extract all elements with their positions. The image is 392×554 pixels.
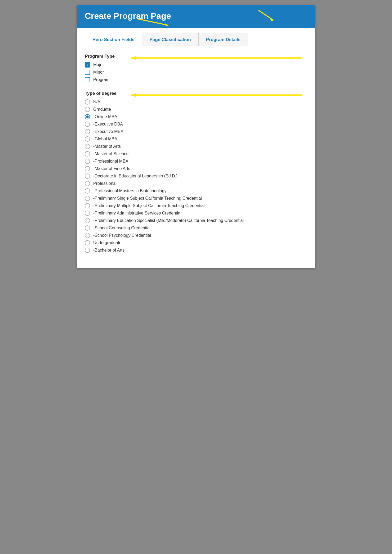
checkbox-minor-box[interactable]	[85, 70, 90, 75]
checkbox-program[interactable]: Program	[85, 77, 307, 82]
radio-doctorate-circle[interactable]	[85, 173, 90, 179]
radio-doctorate-label: -Doctorate in Educational Leadership (Ed…	[93, 174, 177, 178]
radio-undergraduate-circle[interactable]	[85, 240, 90, 245]
radio-master-arts-label: -Master of Arts	[93, 144, 121, 149]
radio-master-fine-arts-circle[interactable]	[85, 166, 90, 171]
radio-professional-masters-biotech-circle[interactable]	[85, 188, 90, 194]
radio-undergraduate[interactable]: Undergraduate	[85, 240, 307, 245]
radio-prelim-single-label: -Preliminary Single Subject California T…	[93, 196, 202, 201]
radio-executive-mba-circle[interactable]	[85, 129, 90, 134]
radio-master-science[interactable]: -Master of Science	[85, 151, 307, 157]
page-header: Create Program Page	[77, 5, 315, 28]
radio-prelim-multiple[interactable]: -Preliminary Multiple Subject California…	[85, 203, 307, 208]
radio-online-mba-label: -Online MBA	[93, 114, 117, 119]
program-type-section: Program Type Major Minor Program	[85, 53, 307, 82]
radio-bachelor-arts-circle[interactable]	[85, 248, 90, 253]
radio-undergraduate-label: Undergraduate	[93, 240, 122, 245]
radio-executive-mba[interactable]: -Executive MBA	[85, 129, 307, 134]
radio-executive-dba-label: -Executive DBA	[93, 122, 123, 127]
checkbox-major-label: Major	[93, 62, 104, 67]
radio-prelim-admin-circle[interactable]	[85, 211, 90, 216]
radio-doctorate[interactable]: -Doctorate in Educational Leadership (Ed…	[85, 173, 307, 179]
checkbox-program-box[interactable]	[85, 77, 90, 82]
radio-master-fine-arts[interactable]: -Master of Fine Arts	[85, 166, 307, 171]
radio-executive-dba[interactable]: -Executive DBA	[85, 122, 307, 127]
svg-marker-0	[165, 23, 168, 26]
checkbox-minor-label: Minor	[93, 70, 104, 75]
radio-professional-mba-label: -Professional MBA	[93, 159, 128, 164]
radio-professional-mba-circle[interactable]	[85, 159, 90, 164]
checkbox-major-box[interactable]	[85, 62, 90, 68]
radio-graduate[interactable]: Graduate	[85, 107, 307, 112]
radio-professional-masters-biotech-label: -Professional Masters in Biotechnology	[93, 189, 167, 193]
radio-graduate-circle[interactable]	[85, 107, 90, 112]
type-of-degree-section: Type of degree N/A Graduate -Online MBA …	[85, 90, 307, 253]
radio-prelim-single[interactable]: -Preliminary Single Subject California T…	[85, 196, 307, 201]
radio-executive-mba-label: -Executive MBA	[93, 129, 123, 134]
checkbox-major[interactable]: Major	[85, 62, 307, 68]
type-of-degree-title: Type of degree	[85, 90, 307, 96]
radio-prelim-multiple-label: -Preliminary Multiple Subject California…	[93, 203, 204, 208]
program-type-title: Program Type	[85, 53, 307, 59]
radio-master-arts[interactable]: -Master of Arts	[85, 144, 307, 149]
radio-na[interactable]: N/A	[85, 99, 307, 105]
radio-bachelor-arts[interactable]: -Bachelor of Arts	[85, 248, 307, 253]
page-title: Create Program Page	[85, 11, 307, 21]
radio-master-fine-arts-label: -Master of Fine Arts	[93, 166, 130, 171]
radio-global-mba-label: -Global MBA	[93, 137, 117, 141]
page-body: Hero Section Fields Page Classification …	[77, 28, 315, 268]
radio-school-psychology-label: -School Psychology Credential	[93, 233, 151, 238]
radio-professional-label: Professional	[93, 181, 117, 186]
radio-professional[interactable]: Professional	[85, 181, 307, 186]
radio-online-mba[interactable]: -Online MBA	[85, 114, 307, 119]
radio-na-label: N/A	[93, 100, 100, 104]
page-wrapper: Create Program Page Hero Section Fields …	[77, 5, 315, 268]
radio-prelim-admin[interactable]: -Preliminary Administrative Services Cre…	[85, 211, 307, 216]
radio-prelim-education-specialist[interactable]: -Preliminary Education Specialist (Mild/…	[85, 218, 307, 223]
radio-school-counseling-circle[interactable]	[85, 225, 90, 231]
radio-na-circle[interactable]	[85, 99, 90, 105]
radio-master-science-label: -Master of Science	[93, 151, 128, 156]
radio-school-counseling-label: -School Counseling Credential	[93, 226, 150, 230]
radio-prelim-single-circle[interactable]	[85, 196, 90, 201]
radio-prelim-admin-label: -Preliminary Administrative Services Cre…	[93, 211, 181, 216]
radio-global-mba[interactable]: -Global MBA	[85, 136, 307, 142]
radio-professional-mba[interactable]: -Professional MBA	[85, 159, 307, 164]
radio-professional-circle[interactable]	[85, 181, 90, 186]
radio-prelim-education-specialist-circle[interactable]	[85, 218, 90, 223]
radio-executive-dba-circle[interactable]	[85, 122, 90, 127]
radio-online-mba-circle[interactable]	[85, 114, 90, 119]
radio-school-psychology[interactable]: -School Psychology Credential	[85, 233, 307, 238]
tab-details[interactable]: Program Details	[199, 33, 248, 46]
tab-hero[interactable]: Hero Section Fields	[85, 33, 142, 46]
tab-classification[interactable]: Page Classification	[142, 33, 199, 46]
radio-bachelor-arts-label: -Bachelor of Arts	[93, 248, 124, 253]
radio-prelim-multiple-circle[interactable]	[85, 203, 90, 208]
checkbox-minor[interactable]: Minor	[85, 70, 307, 75]
radio-prelim-education-specialist-label: -Preliminary Education Specialist (Mild/…	[93, 218, 244, 223]
checkbox-program-label: Program	[93, 77, 109, 82]
tabs-container: Hero Section Fields Page Classification …	[85, 33, 307, 46]
radio-graduate-label: Graduate	[93, 107, 111, 112]
radio-global-mba-circle[interactable]	[85, 136, 90, 142]
radio-master-arts-circle[interactable]	[85, 144, 90, 149]
radio-school-psychology-circle[interactable]	[85, 233, 90, 238]
radio-school-counseling[interactable]: -School Counseling Credential	[85, 225, 307, 231]
radio-master-science-circle[interactable]	[85, 151, 90, 157]
radio-professional-masters-biotech[interactable]: -Professional Masters in Biotechnology	[85, 188, 307, 194]
